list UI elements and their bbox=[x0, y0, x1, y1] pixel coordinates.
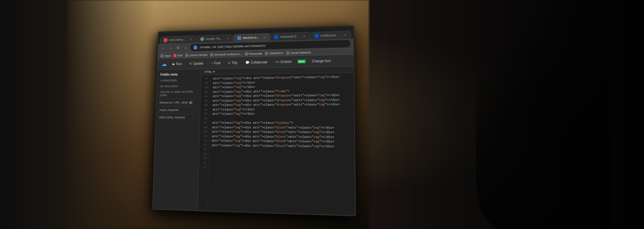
resources-badge: 1 bbox=[189, 101, 192, 104]
tab-favicon-jsfiddle bbox=[237, 36, 241, 40]
home-button[interactable]: ⌂ bbox=[183, 46, 189, 50]
other-row: Other (links, license) bbox=[159, 116, 197, 119]
lang-dropdown-icon[interactable]: ▾ bbox=[213, 70, 215, 73]
tidy-label: Tidy bbox=[231, 61, 237, 64]
run-label: Run bbox=[176, 62, 182, 66]
address-text: JSFiddle, Ltd. [GB] | https://jsfiddle.n… bbox=[199, 44, 266, 49]
bookmark-smm[interactable]: SMM/SEO bbox=[265, 52, 283, 55]
collaborate-button[interactable]: 💬 Collaborate bbox=[244, 59, 270, 65]
browser-window: 3m5.Danny Sp... ✕ Google Tradut... ✕ ele… bbox=[153, 26, 355, 216]
tab-google-translate[interactable]: Google Tradut... ✕ bbox=[197, 34, 233, 43]
tab-electron[interactable]: electron-insta... ✕ bbox=[234, 33, 270, 42]
embed-label: Embed bbox=[281, 60, 291, 63]
monitor-screen: 3m5.Danny Sp... ✕ Google Tradut... ✕ ele… bbox=[152, 26, 356, 216]
lang-label: HTML bbox=[204, 70, 212, 73]
bookmark-strumenti[interactable]: strumenti scrittura e... bbox=[210, 52, 242, 56]
code-content[interactable]: attr">class="tag"><div attr">class="drop… bbox=[208, 73, 355, 215]
monitor: 3m5.Danny Sp... ✕ Google Tradut... ✕ ele… bbox=[152, 26, 356, 216]
collaborate-label: Collaborate bbox=[251, 60, 267, 64]
url-label[interactable]: URL bbox=[174, 101, 180, 104]
bookmark-favicon-strumenti bbox=[210, 53, 213, 56]
async-label: Async requests bbox=[159, 108, 179, 112]
bookmark-favicon-apps bbox=[160, 54, 163, 58]
fork-icon: ⑂ bbox=[211, 61, 213, 65]
async-section: Async requests bbox=[159, 106, 197, 112]
tab-title-google: Google Tradut... bbox=[206, 37, 224, 41]
embed-icon: <> bbox=[275, 60, 279, 64]
update-label: Update bbox=[193, 61, 204, 65]
fork-label: Fork bbox=[214, 61, 221, 65]
dark-overlay-left bbox=[0, 0, 154, 229]
tab-close-confluence[interactable]: ✕ bbox=[343, 33, 347, 37]
bookmark-label-strumenti: strumenti scrittura e... bbox=[214, 52, 242, 56]
sidebar-title: Fiddle meta bbox=[160, 72, 198, 76]
bookmark-social[interactable]: Social Network bbox=[286, 51, 311, 55]
tab-close-electron[interactable]: ✕ bbox=[262, 35, 266, 39]
tab-3m5[interactable]: 3m5.Danny Sp... ✕ bbox=[160, 36, 197, 44]
fiddle-description-field: No description bbox=[160, 84, 197, 88]
async-row: Async requests bbox=[159, 108, 197, 112]
run-icon: ▶ bbox=[172, 62, 175, 66]
bookmark-label-lavoro: Lavoro remoto bbox=[189, 53, 208, 57]
bookmark-favicon-smm bbox=[265, 52, 268, 55]
tab-favicon-3m5 bbox=[164, 38, 167, 42]
bookmark-label-apps: Apps bbox=[164, 54, 171, 57]
tab-close-google[interactable]: ✕ bbox=[226, 36, 230, 40]
tab-title-advanced: Advanced Sear... bbox=[280, 35, 301, 38]
jsfiddle-logo: ☁ bbox=[161, 60, 167, 67]
code-body: 5758596061626364656667686970717273747576… bbox=[198, 73, 355, 215]
jsfiddle-app: ☁ ▶ Run ↻ Update ⑂ Fork ≡ bbox=[153, 55, 355, 216]
person-silhouette bbox=[476, 0, 610, 229]
bookmark-favicon-lavoro bbox=[185, 54, 189, 57]
tab-title-3m5: 3m5.Danny Sp... bbox=[169, 38, 187, 42]
run-button[interactable]: ▶ Run bbox=[170, 61, 184, 67]
tab-close-advanced[interactable]: ✕ bbox=[302, 34, 306, 38]
fiddle-description-value: No description bbox=[160, 84, 197, 88]
bookmark-apps[interactable]: Apps bbox=[160, 54, 171, 57]
fiddle-sidebar: Fiddle meta Untitled fiddle No descripti… bbox=[153, 69, 201, 210]
bookmark-3m5[interactable]: 3m5 bbox=[173, 54, 183, 57]
reload-button[interactable]: ↻ bbox=[175, 46, 181, 50]
tab-favicon-google bbox=[200, 37, 204, 41]
cdnjs-label[interactable]: cdnjs bbox=[181, 101, 188, 104]
fork-button[interactable]: ⑂ Fork bbox=[209, 60, 222, 66]
address-favicon bbox=[194, 46, 198, 50]
tab-confluence[interactable]: Confluence RE... ✕ bbox=[311, 31, 351, 40]
bookmark-label-smm: SMM/SEO bbox=[269, 52, 283, 55]
new-badge: New bbox=[298, 59, 306, 63]
bookmark-lavoro[interactable]: Lavoro remoto bbox=[185, 53, 208, 57]
resources-row: Resources URL cdnjs 1 bbox=[159, 101, 197, 104]
change-font-label: Change font bbox=[312, 59, 331, 63]
resources-section: Resources URL cdnjs 1 bbox=[159, 99, 197, 104]
tab-close-3m5[interactable]: ✕ bbox=[189, 38, 193, 42]
tab-title-electron: electron-insta... bbox=[243, 36, 261, 40]
other-label: Other (links, license) bbox=[159, 116, 185, 119]
resources-label: Resources bbox=[159, 101, 173, 104]
jsfiddle-main: Fiddle meta Untitled fiddle No descripti… bbox=[153, 66, 355, 216]
tidy-icon: ≡ bbox=[228, 61, 230, 65]
tab-advanced-search[interactable]: Advanced Sear... ✕ bbox=[271, 32, 310, 41]
bookmark-label-social: Social Network bbox=[290, 51, 311, 55]
fiddle-name-value: Untitled fiddle bbox=[160, 78, 198, 82]
tab-favicon-confluence bbox=[315, 34, 319, 38]
forward-button[interactable]: → bbox=[168, 46, 174, 51]
fiddle-name-field: Untitled fiddle bbox=[160, 78, 198, 82]
other-section: Other (links, license) bbox=[159, 113, 197, 119]
tidy-button[interactable]: ≡ Tidy bbox=[226, 60, 239, 65]
bookmark-personale[interactable]: Personale bbox=[245, 52, 262, 56]
add-title-hint: Add title to make the fiddle public. bbox=[160, 90, 197, 97]
bookmark-label-personale: Personale bbox=[249, 52, 262, 56]
code-editor: HTML ▾ 575859606162636465666768697071727… bbox=[198, 66, 355, 216]
embed-button[interactable]: <> Embed bbox=[273, 59, 293, 65]
bookmark-favicon-social bbox=[286, 51, 289, 55]
collaborate-icon: 💬 bbox=[245, 61, 249, 64]
update-button[interactable]: ↻ Update bbox=[187, 60, 205, 66]
bookmark-label-3m5: 3m5 bbox=[177, 54, 183, 57]
back-button[interactable]: ← bbox=[161, 46, 166, 51]
editor-lang: HTML ▾ bbox=[204, 70, 215, 73]
bookmark-favicon-personale bbox=[245, 52, 248, 56]
update-icon: ↻ bbox=[190, 62, 192, 65]
bookmark-favicon-3m5 bbox=[173, 54, 176, 57]
tab-title-confluence: Confluence RE... bbox=[320, 34, 341, 38]
change-font-button[interactable]: Change font bbox=[310, 58, 333, 64]
